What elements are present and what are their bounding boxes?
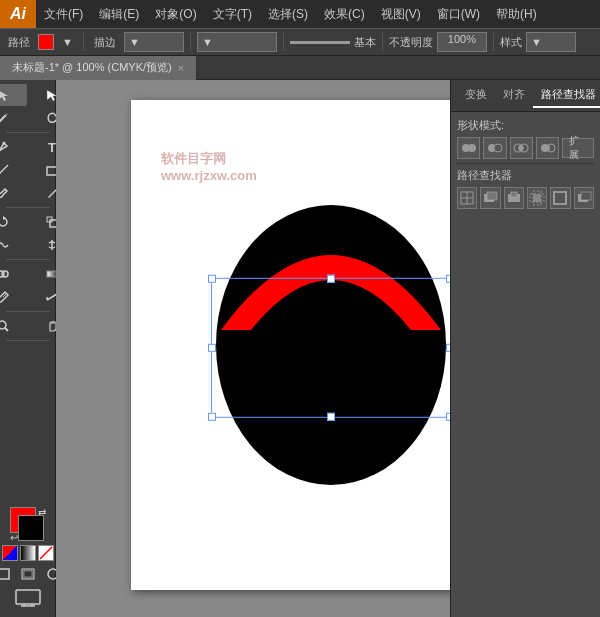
menu-object[interactable]: 对象(O) [147,0,204,28]
zoom-tool[interactable] [0,315,27,337]
pathfinder-row [457,187,594,209]
tab-pathfinder[interactable]: 路径查找器 [533,83,600,108]
minus-front-button[interactable] [483,137,506,159]
menu-help[interactable]: 帮助(H) [488,0,545,28]
stroke-dropdown[interactable]: ▼ [124,32,184,52]
separator-3 [283,33,284,51]
reset-colors-button[interactable]: ↩ [10,532,18,543]
svg-marker-0 [0,90,8,101]
divide-button[interactable] [457,187,477,209]
svg-marker-3 [6,113,8,115]
tab-label: 未标题-1* @ 100% (CMYK/预览) [12,60,172,75]
toolbar: 路径 ▼ 描边 ▼ ▼ 基本 不透明度 100% 样式 ▼ [0,28,600,56]
crop-button[interactable] [527,187,547,209]
tool-sep-3 [6,259,50,260]
tool-sep-2 [6,207,50,208]
watermark: 软件目字网www.rjzxw.com [161,150,257,183]
menu-window[interactable]: 窗口(W) [429,0,488,28]
magic-wand-tool[interactable] [0,107,27,129]
path-finder-label: 路径查找器 [457,168,594,183]
handle-bottom-right[interactable] [446,413,450,421]
right-panel: 变换 对齐 路径查找器 × 形状模式: 扩展 [450,80,600,617]
shape-modes-label: 形状模式: [457,118,594,133]
menu-effect[interactable]: 效果(C) [316,0,373,28]
svg-rect-48 [581,192,591,200]
view-mode-2[interactable] [17,565,39,583]
tab-align[interactable]: 对齐 [495,83,533,108]
mode-buttons [2,545,54,561]
separator-4 [382,33,383,51]
separator-5 [493,33,494,51]
canvas-area: 软件目字网www.rjzxw.com [56,80,450,617]
svg-rect-45 [533,194,541,202]
opacity-input[interactable]: 100% [437,32,487,52]
tool-mode-dropdown[interactable]: ▼ [58,31,77,53]
brush-dropdown[interactable]: ▼ [197,32,277,52]
svg-rect-20 [0,569,9,579]
minus-back-button[interactable] [574,187,594,209]
trim-button[interactable] [480,187,500,209]
outline-button[interactable] [550,187,570,209]
red-arch-shape [211,210,450,350]
panel-header: 变换 对齐 路径查找器 × [451,80,600,112]
svg-point-11 [2,271,8,277]
separator-1 [83,33,84,51]
tab-close-button[interactable]: × [178,62,184,74]
document-tab[interactable]: 未标题-1* @ 100% (CMYK/预览) × [0,56,197,80]
menu-view[interactable]: 视图(V) [373,0,429,28]
menu-text[interactable]: 文字(T) [205,0,260,28]
svg-rect-22 [24,571,32,577]
panel-content: 形状模式: 扩展 路径查找器 [451,112,600,219]
line-tool[interactable] [0,159,27,181]
svg-line-5 [0,165,8,175]
color-mode-button[interactable] [2,545,18,561]
basic-label: 基本 [354,35,376,50]
left-toolbar: T [0,80,56,617]
menu-edit[interactable]: 编辑(E) [91,0,147,28]
gradient-mode-button[interactable] [20,545,36,561]
tool-sep-5 [6,340,50,341]
intersect-button[interactable] [510,137,533,159]
stroke-line-preview [290,41,350,44]
menu-items: 文件(F) 编辑(E) 对象(O) 文字(T) 选择(S) 效果(C) 视图(V… [36,0,545,28]
brush-tool[interactable] [0,182,27,204]
merge-button[interactable] [504,187,524,209]
svg-rect-40 [487,192,497,200]
panel-tabs: 变换 对齐 路径查找器 [457,83,600,108]
warp-tool[interactable] [0,234,27,256]
svg-point-29 [468,144,476,152]
main-area: T [0,80,600,617]
menu-select[interactable]: 选择(S) [260,0,316,28]
exclude-button[interactable] [536,137,559,159]
select-tool[interactable] [0,84,27,106]
path-label: 路径 [4,31,34,53]
rotate-tool[interactable] [0,211,27,233]
fill-swatch[interactable] [38,34,54,50]
svg-point-4 [3,142,6,145]
color-area: ⇄ ↩ [0,507,64,613]
svg-point-17 [0,321,6,329]
menu-file[interactable]: 文件(F) [36,0,91,28]
stroke-color-swatch[interactable] [18,515,44,541]
view-mode-1[interactable] [0,565,14,583]
style-dropdown[interactable]: ▼ [526,32,576,52]
svg-point-31 [494,144,502,152]
unite-button[interactable] [457,137,480,159]
svg-rect-42 [511,192,517,197]
stroke-line-area [290,41,350,44]
ai-logo: Ai [0,0,36,28]
none-mode-button[interactable] [38,545,54,561]
menu-bar: Ai 文件(F) 编辑(E) 对象(O) 文字(T) 选择(S) 效果(C) 视… [0,0,600,28]
shape-builder-tool[interactable] [0,263,27,285]
svg-rect-24 [16,590,40,604]
separator-2 [190,33,191,51]
pen-tool[interactable] [0,136,27,158]
tool-sep-4 [6,311,50,312]
tab-transform[interactable]: 变换 [457,83,495,108]
handle-bottom-left[interactable] [208,413,216,421]
opacity-label: 不透明度 [389,35,433,50]
artboard-tool[interactable] [6,587,50,609]
eyedropper-tool[interactable] [0,286,27,308]
svg-line-19 [40,547,52,559]
expand-button[interactable]: 扩展 [562,138,594,158]
